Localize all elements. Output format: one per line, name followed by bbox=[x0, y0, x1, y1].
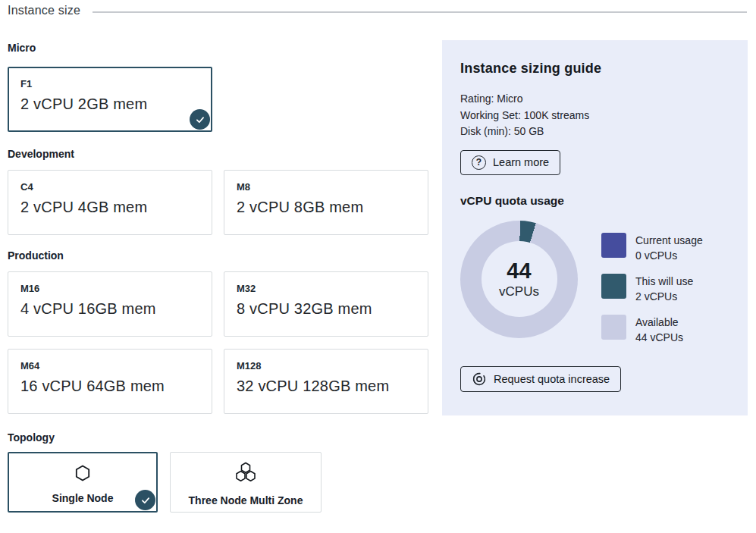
legend-swatch-current-usage bbox=[601, 233, 626, 258]
legend-swatch-available bbox=[601, 315, 626, 340]
development-card-grid: C4 2 vCPU 4GB mem M8 2 vCPU 8GB mem bbox=[8, 170, 429, 235]
group-label-micro: Micro bbox=[8, 42, 429, 54]
guide-title: Instance sizing guide bbox=[460, 61, 729, 77]
group-label-topology: Topology bbox=[8, 431, 429, 444]
size-card-m64[interactable]: M64 16 vCPU 64GB mem bbox=[8, 349, 212, 414]
instance-options-column: Micro F1 2 vCPU 2GB mem Development C4 2… bbox=[8, 42, 429, 513]
size-card-c4[interactable]: C4 2 vCPU 4GB mem bbox=[8, 170, 212, 235]
size-card-m32[interactable]: M32 8 vCPU 32GB mem bbox=[224, 271, 428, 337]
quota-donut-chart: 44 vCPUs bbox=[460, 221, 578, 338]
quota-total-unit: vCPUs bbox=[499, 284, 539, 299]
size-card-f1[interactable]: F1 2 vCPU 2GB mem bbox=[8, 67, 212, 132]
quota-chart-row: 44 vCPUs Current usage 0 vCPUs This will… bbox=[460, 221, 729, 345]
legend-item-current-usage: Current usage 0 vCPUs bbox=[601, 233, 703, 263]
guide-rating-line: Rating: Micro bbox=[460, 91, 729, 108]
card-tier-label: F1 bbox=[20, 78, 199, 89]
page-title: Instance size bbox=[8, 4, 80, 17]
card-spec-text: 4 vCPU 16GB mem bbox=[20, 300, 199, 318]
donut-center: 44 vCPUs bbox=[482, 241, 557, 317]
card-tier-label: M32 bbox=[237, 283, 416, 294]
size-card-m16[interactable]: M16 4 vCPU 16GB mem bbox=[8, 271, 212, 337]
selected-check-icon bbox=[135, 490, 155, 510]
topology-option-label: Single Node bbox=[52, 492, 114, 504]
request-quota-label: Request quota increase bbox=[494, 373, 610, 385]
quota-gauge-icon bbox=[472, 372, 487, 387]
topology-card-three-node-multi-zone[interactable]: Three Node Multi Zone bbox=[170, 452, 322, 513]
size-card-m128[interactable]: M128 32 vCPU 128GB mem bbox=[224, 349, 428, 414]
card-spec-text: 2 vCPU 2GB mem bbox=[20, 96, 199, 113]
legend-label: This will use bbox=[635, 274, 693, 289]
legend-value: 44 vCPUs bbox=[635, 330, 683, 345]
group-label-development: Development bbox=[8, 148, 429, 160]
guide-disk-line: Disk (min): 50 GB bbox=[460, 124, 729, 140]
learn-more-label: Learn more bbox=[493, 156, 549, 168]
size-card-m8[interactable]: M8 2 vCPU 8GB mem bbox=[224, 170, 428, 235]
card-spec-text: 16 vCPU 64GB mem bbox=[20, 378, 199, 395]
learn-more-button[interactable]: ? Learn more bbox=[460, 150, 560, 175]
group-label-production: Production bbox=[8, 249, 429, 262]
topology-card-grid: Single Node Three Node Multi Zone bbox=[8, 452, 429, 513]
guide-working-set-line: Working Set: 100K streams bbox=[460, 108, 729, 124]
section-header: Instance size bbox=[8, 4, 747, 17]
legend-value: 0 vCPUs bbox=[635, 248, 703, 263]
quota-legend: Current usage 0 vCPUs This will use 2 vC… bbox=[601, 233, 703, 345]
production-card-grid: M16 4 vCPU 16GB mem M32 8 vCPU 32GB mem … bbox=[8, 271, 429, 414]
card-spec-text: 2 vCPU 4GB mem bbox=[20, 199, 199, 216]
topology-card-single-node[interactable]: Single Node bbox=[8, 452, 158, 513]
question-circle-icon: ? bbox=[472, 155, 486, 170]
legend-item-this-will-use: This will use 2 vCPUs bbox=[601, 274, 703, 304]
card-spec-text: 8 vCPU 32GB mem bbox=[237, 300, 416, 318]
quota-usage-title: vCPU quota usage bbox=[460, 194, 729, 208]
card-tier-label: M8 bbox=[237, 181, 416, 193]
card-spec-text: 2 vCPU 8GB mem bbox=[237, 199, 416, 216]
legend-swatch-this-will-use bbox=[601, 274, 626, 299]
micro-card-grid: F1 2 vCPU 2GB mem bbox=[8, 67, 429, 132]
card-tier-label: M128 bbox=[237, 360, 416, 372]
card-tier-label: M16 bbox=[20, 283, 199, 294]
three-hexagons-icon bbox=[234, 462, 258, 488]
legend-item-available: Available 44 vCPUs bbox=[601, 315, 703, 345]
topology-option-label: Three Node Multi Zone bbox=[189, 494, 303, 506]
quota-total-value: 44 bbox=[507, 259, 531, 283]
request-quota-increase-button[interactable]: Request quota increase bbox=[460, 366, 621, 392]
legend-label: Available bbox=[635, 315, 683, 330]
card-spec-text: 32 vCPU 128GB mem bbox=[237, 378, 416, 395]
card-tier-label: M64 bbox=[20, 360, 199, 372]
legend-label: Current usage bbox=[635, 233, 703, 248]
instance-size-page: Instance size Micro F1 2 vCPU 2GB mem De… bbox=[0, 0, 756, 533]
selected-check-icon bbox=[190, 109, 210, 130]
instance-sizing-guide-panel: Instance sizing guide Rating: Micro Work… bbox=[442, 40, 748, 415]
legend-value: 2 vCPUs bbox=[635, 289, 693, 304]
single-hexagon-icon bbox=[74, 464, 92, 485]
card-tier-label: C4 bbox=[20, 181, 199, 193]
header-divider bbox=[93, 11, 747, 13]
